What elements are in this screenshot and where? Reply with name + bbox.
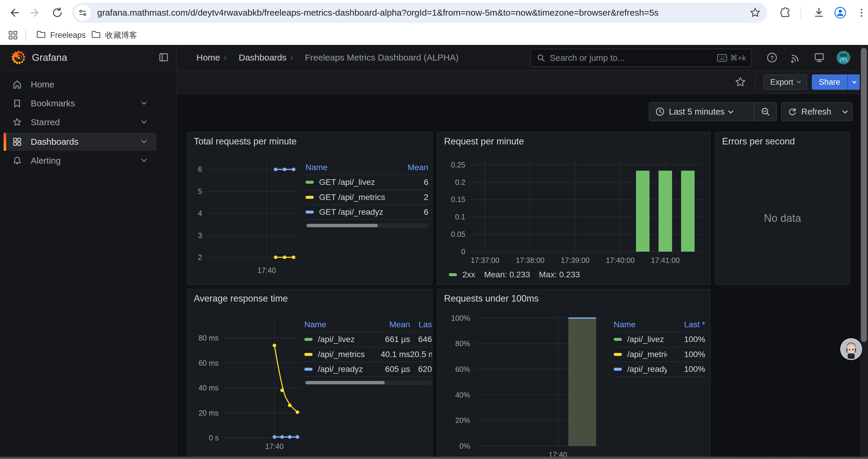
- svg-text:2: 2: [198, 253, 202, 261]
- legend-horizontal-scrollbar[interactable]: [306, 223, 428, 228]
- sidebar-item-bookmarks[interactable]: Bookmarks: [4, 94, 157, 112]
- grafana-logo[interactable]: [11, 49, 27, 67]
- chevron-down-icon[interactable]: [141, 99, 147, 104]
- sidebar-item-label: Starred: [31, 117, 60, 127]
- legend-row[interactable]: /api/_metrics100%: [614, 347, 705, 362]
- bookmarks-divider: [25, 29, 26, 41]
- panel-average-response-time: Average response time 0 s20 ms40 ms60 ms…: [187, 289, 433, 459]
- legend-column-header[interactable]: Mean: [366, 320, 410, 329]
- export-label: Export: [770, 78, 793, 87]
- refresh-controls-group: Refresh: [781, 102, 852, 121]
- site-settings-icon[interactable]: [75, 5, 91, 21]
- svg-text:?: ?: [770, 55, 774, 61]
- series-legend[interactable]: 2xx Mean: 0.233 Max: 0.233: [449, 270, 580, 280]
- legend-column-header[interactable]: Name: [614, 320, 667, 329]
- page-scrollbar-thumb[interactable]: [861, 48, 867, 342]
- refresh-interval-button[interactable]: [837, 103, 853, 121]
- requests-under-100ms-chart[interactable]: 0%20%40%60%80%100%17:40: [442, 311, 608, 459]
- breadcrumb-separator: ›: [224, 53, 226, 63]
- legend-value: 40.1 ms: [366, 350, 410, 359]
- legend-value: 646: [410, 335, 432, 344]
- bookmarks-bar: Freeleaps 收藏博客: [0, 25, 868, 45]
- legend-column-header[interactable]: Name: [306, 163, 396, 172]
- legend-row[interactable]: /api/_readyz100%: [614, 362, 705, 376]
- export-button[interactable]: Export: [764, 74, 807, 90]
- chevron-down-icon[interactable]: [141, 118, 147, 124]
- legend-row[interactable]: GET /api/_metrics2: [306, 190, 428, 204]
- news-rss-icon[interactable]: [788, 50, 803, 65]
- panel-title[interactable]: Average response time: [194, 293, 288, 304]
- svg-text:0.15: 0.15: [451, 195, 465, 203]
- downloads-icon[interactable]: [812, 6, 826, 19]
- bookmark-folder-freeleaps[interactable]: Freeleaps: [36, 25, 86, 45]
- average-response-time-chart[interactable]: 0 s20 ms40 ms60 ms80 ms17:40: [191, 311, 306, 459]
- panel-title[interactable]: Request per minute: [444, 136, 524, 147]
- share-button[interactable]: Share: [812, 74, 847, 90]
- page-scrollbar[interactable]: [860, 45, 868, 459]
- svg-text:0: 0: [461, 248, 465, 256]
- legend-column-header[interactable]: Name: [304, 320, 366, 329]
- chevron-down-icon[interactable]: [141, 157, 147, 162]
- dock-menu-icon[interactable]: [158, 52, 169, 64]
- help-icon[interactable]: ?: [765, 50, 779, 65]
- sidebar-item-starred[interactable]: Starred: [4, 113, 157, 131]
- legend-row[interactable]: GET /api/_livez6: [306, 175, 428, 190]
- svg-text:17:39:00: 17:39:00: [561, 256, 589, 264]
- legend-row[interactable]: /api/_livez100%: [614, 332, 705, 347]
- svg-text:5: 5: [198, 187, 202, 196]
- chevron-down-icon[interactable]: [141, 138, 147, 143]
- sidebar-item-dashboards[interactable]: Dashboards: [4, 133, 157, 151]
- total-requests-chart[interactable]: 6543217:40: [191, 154, 304, 282]
- legend-row[interactable]: GET /api/_readyz6: [306, 204, 428, 219]
- user-avatar[interactable]: [836, 50, 851, 65]
- legend-column-header[interactable]: Last *: [667, 320, 705, 329]
- svg-text:40%: 40%: [455, 391, 470, 399]
- series-name: /api/_livez: [318, 335, 355, 344]
- browser-reload-icon[interactable]: [51, 6, 64, 19]
- svg-text:17:37:00: 17:37:00: [471, 256, 499, 264]
- apps-grid-icon[interactable]: [6, 29, 20, 42]
- breadcrumb-dashboards[interactable]: Dashboards: [239, 53, 286, 63]
- zoom-out-icon: [761, 107, 771, 117]
- series-color-pill: [304, 338, 313, 341]
- legend-column-header[interactable]: Mean: [396, 163, 428, 172]
- brand-name: Grafana: [32, 52, 67, 63]
- svg-text:20 ms: 20 ms: [198, 409, 219, 417]
- panel-title[interactable]: Errors per second: [722, 136, 795, 147]
- zoom-out-button[interactable]: [754, 103, 776, 121]
- series-name: 2xx: [462, 270, 475, 280]
- bookmark-folder-blogs[interactable]: 收藏博客: [91, 25, 137, 45]
- breadcrumb-home[interactable]: Home: [196, 53, 220, 63]
- legend-row[interactable]: /api/_metrics40.1 ms20.5 m: [304, 347, 432, 362]
- browser-back-icon[interactable]: [7, 6, 20, 19]
- share-menu-button[interactable]: [847, 74, 861, 90]
- refresh-button[interactable]: Refresh: [782, 103, 837, 121]
- sidebar-item-label: Bookmarks: [31, 98, 75, 108]
- request-per-minute-chart[interactable]: 00.050.10.150.20.2517:37:0017:38:0017:39…: [442, 154, 706, 268]
- sidebar-item-alerting[interactable]: Alerting: [4, 152, 157, 170]
- series-name: GET /api/_livez: [319, 177, 375, 187]
- share-button-group: Share: [812, 74, 861, 90]
- legend-row[interactable]: /api/_readyz605 µs620: [304, 362, 432, 376]
- star-icon: [12, 118, 22, 127]
- extensions-icon[interactable]: [779, 6, 792, 19]
- legend-row[interactable]: /api/_livez661 µs646: [304, 332, 432, 347]
- bookmark-star-icon[interactable]: [749, 6, 762, 19]
- chevron-down-icon: [842, 108, 848, 113]
- panel-title[interactable]: Requests under 100ms: [444, 293, 539, 304]
- kiosk-monitor-icon[interactable]: [812, 50, 827, 65]
- assistant-avatar[interactable]: [840, 338, 862, 360]
- browser-menu-icon[interactable]: [855, 6, 868, 19]
- browser-forward-icon[interactable]: [29, 6, 42, 19]
- legend-table: NameLast */api/_livez100%/api/_metrics10…: [614, 318, 705, 377]
- legend-horizontal-scrollbar[interactable]: [304, 381, 432, 385]
- favorite-star-icon[interactable]: [735, 76, 746, 89]
- panel-title[interactable]: Total requests per minute: [194, 136, 297, 147]
- search-input[interactable]: Search or jump to... ⌘+k: [530, 49, 752, 67]
- legend-column-header[interactable]: Las: [410, 320, 432, 329]
- home-icon: [12, 80, 22, 89]
- time-range-picker[interactable]: Last 5 minutes: [649, 103, 754, 121]
- sidebar-item-home[interactable]: Home: [4, 75, 157, 94]
- browser-profile-icon[interactable]: [834, 6, 847, 19]
- browser-address-bar[interactable]: grafana.mathmast.com/d/deytv4rwavabkb/fr…: [72, 3, 767, 23]
